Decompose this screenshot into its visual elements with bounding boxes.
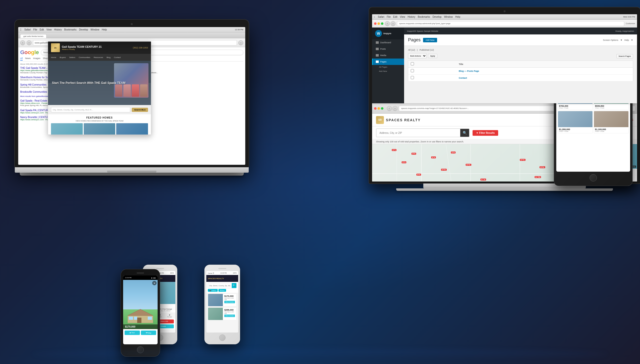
google-tab-all[interactable]: All <box>20 57 23 60</box>
menu-view[interactable]: View <box>46 28 52 31</box>
bulk-actions-select[interactable]: Bulk Actions <box>408 53 426 58</box>
spaces-maximize-icon[interactable] <box>381 107 383 110</box>
help-btn[interactable]: Help <box>624 39 629 41</box>
search-pages-btn[interactable]: Search Pages <box>616 53 633 58</box>
monitor-menu-file[interactable]: File <box>387 16 390 18</box>
table-col-title[interactable]: Title <box>456 61 603 68</box>
c21-nav-blog[interactable]: Blog <box>107 56 111 58</box>
wp-nav-media[interactable]: Media <box>372 52 404 58</box>
wp-nav-dashboard[interactable]: Dashboard <box>372 39 404 46</box>
maximize-btn-icon[interactable] <box>381 22 383 25</box>
phone-right-home-btn[interactable] <box>219 334 226 341</box>
map-pin-1[interactable]: $27k <box>392 149 396 151</box>
menu-develop[interactable]: Develop <box>79 28 88 31</box>
c21-search-input[interactable]: City, Street, County, Zip, Community, ML… <box>51 107 130 112</box>
spaces-minimize-icon[interactable] <box>377 107 380 110</box>
select-all-checkbox[interactable] <box>411 62 414 66</box>
spaces-close-icon[interactable] <box>374 107 376 110</box>
tablet-home-button[interactable] <box>589 174 597 182</box>
tour-button[interactable]: ▶ Tour <box>125 330 140 335</box>
wp-customize-link[interactable]: Customize <box>626 22 635 24</box>
wp-nav-posts[interactable]: Posts <box>372 46 404 52</box>
menu-window[interactable]: Window <box>91 28 99 31</box>
menu-bookmarks[interactable]: Bookmarks <box>64 28 77 31</box>
map-pin-4[interactable]: $32k <box>402 161 406 163</box>
map-pin-3[interactable]: $23k <box>431 156 436 158</box>
spaces-search-input[interactable] <box>376 132 460 134</box>
monitor-foot <box>396 188 613 191</box>
c21-nav-contact[interactable]: Contact <box>114 56 121 58</box>
published-link[interactable]: Published (12) <box>419 49 434 51</box>
map-pin-2[interactable]: $35k <box>411 153 416 155</box>
phone-right-card-1[interactable]: $170,000 3bd 2ba 1,062 sqft More Details <box>208 294 237 306</box>
map-pin-9[interactable]: $1.1M <box>480 178 486 180</box>
menu-history[interactable]: History <box>54 28 62 31</box>
map-pin-5[interactable]: $29k <box>451 152 456 154</box>
close-btn-icon[interactable] <box>374 22 376 25</box>
map-pin-16[interactable]: $1.35M <box>535 176 541 178</box>
spaces-search-button[interactable]: 🔍 <box>460 128 469 137</box>
google-tab-news[interactable]: News <box>25 57 31 60</box>
menu-edit[interactable]: Edit <box>40 28 44 31</box>
tablet-listing-4[interactable]: $1,100,000 4 Bed • 3 Bath <box>594 111 629 133</box>
page-title-blog[interactable]: Blog — Posts Page <box>459 70 479 72</box>
wp-add-new-button[interactable]: Add New <box>423 38 437 42</box>
wp-forward-btn[interactable]: › <box>390 21 395 26</box>
map-pin-14[interactable]: $299k <box>540 166 545 168</box>
all-pages-link[interactable]: All (12) <box>408 49 415 51</box>
menu-safari[interactable]: Safari <box>24 28 31 31</box>
apply-button[interactable]: Apply <box>428 54 437 58</box>
monitor-menu-safari[interactable]: Safari <box>378 16 384 18</box>
card-1-info: $170,000 3bd 2ba 1,062 sqft More Details <box>223 294 236 306</box>
page-title-contact[interactable]: Contact <box>459 77 467 79</box>
monitor-menu-window[interactable]: Window <box>444 16 453 18</box>
phone-center-close-btn[interactable]: ✕ <box>152 281 157 285</box>
wp-nav-all-pages[interactable]: All Pages <box>372 65 404 69</box>
menu-help[interactable]: Help <box>102 28 107 31</box>
monitor-menu-develop[interactable]: Develop <box>433 16 442 18</box>
google-tab-images[interactable]: Images <box>33 57 41 60</box>
c21-nav-home[interactable]: Home <box>51 56 56 58</box>
wp-addressbar[interactable]: spaces.inspyredx.com/wp-admin/edit.php?p… <box>397 21 624 26</box>
phone-right-map-btn[interactable]: 🗺 Map <box>219 289 226 292</box>
phone-right-search-btn[interactable]: 🔍 <box>232 283 236 288</box>
monitor-menu-view[interactable]: View <box>400 16 405 18</box>
wp-nav-add-new[interactable]: Add New <box>372 69 404 73</box>
row-select-checkbox[interactable] <box>411 69 414 72</box>
map-button[interactable]: 🗺 Map <box>141 330 156 335</box>
search-pages-button[interactable]: Search Pages <box>616 54 633 58</box>
c21-nav-sellers[interactable]: Sellers <box>69 56 75 58</box>
monitor-menu-history[interactable]: History <box>407 16 415 18</box>
phone-right-card-2[interactable]: $299,000 4bd 3ba 2,100 sqft More Details <box>208 308 237 320</box>
wp-admin-bar-site[interactable]: InspyreDX Spaces Sample Website <box>407 30 438 32</box>
map-pin-8[interactable]: $54k <box>416 174 421 176</box>
safari-tab-active[interactable]: gail sells florida homes <box>20 34 47 38</box>
map-pin-13[interactable]: $324k <box>520 159 526 161</box>
monitor-menu-bookmarks[interactable]: Bookmarks <box>418 16 430 18</box>
c21-nav-communities[interactable]: Communities <box>79 56 90 58</box>
c21-nav-buyers[interactable]: Buyers <box>60 56 66 58</box>
c21-nav-resources[interactable]: Resources <box>94 56 103 58</box>
minimize-btn-icon[interactable] <box>377 22 380 25</box>
screen-options-btn[interactable]: Screen Options <box>603 39 618 41</box>
card-2-more-btn[interactable]: More Details <box>224 314 235 317</box>
spaces-forward-btn[interactable]: › <box>392 106 397 111</box>
row-select-checkbox-2[interactable] <box>411 76 414 79</box>
map-pin-7[interactable]: $430k <box>441 169 447 171</box>
monitor-menu-help[interactable]: Help <box>455 16 461 18</box>
tablet-listing-3[interactable]: $1,280,000 5 Bed • 4 Bath <box>558 111 593 133</box>
phone-right-gallery-btn[interactable]: 📷 Gallery <box>208 289 218 292</box>
share-btn[interactable]: ↑ <box>238 40 243 45</box>
card-1-more-btn[interactable]: More Details <box>224 301 235 303</box>
wp-nav-pages[interactable]: Pages <box>372 58 404 65</box>
forward-btn[interactable]: › <box>27 40 32 45</box>
map-pin-6[interactable]: $315k <box>466 164 471 166</box>
spaces-back-btn[interactable]: ‹ <box>387 106 392 111</box>
phone-right-search-input[interactable] <box>208 283 232 288</box>
wp-back-btn[interactable]: ‹ <box>385 21 390 26</box>
back-btn[interactable]: ‹ <box>20 40 25 45</box>
spaces-filter-button[interactable]: ▼ Filter Results <box>473 130 498 136</box>
monitor-menu-edit[interactable]: Edit <box>393 16 397 18</box>
menu-file[interactable]: File <box>33 28 37 31</box>
c21-search-button[interactable]: Search MLS <box>132 108 148 112</box>
